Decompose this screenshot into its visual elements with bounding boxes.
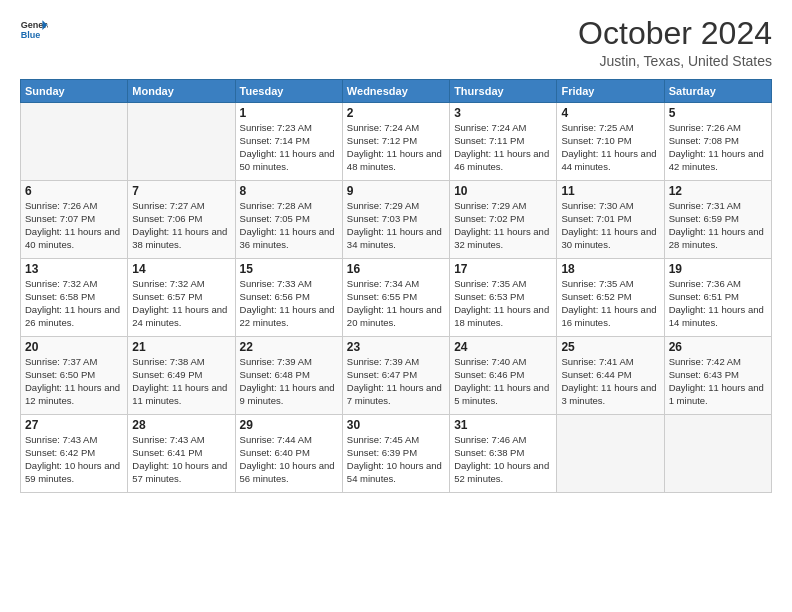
day-info: Sunrise: 7:30 AM Sunset: 7:01 PM Dayligh…: [561, 200, 659, 251]
day-number: 21: [132, 340, 230, 354]
calendar-week-row: 1Sunrise: 7:23 AM Sunset: 7:14 PM Daylig…: [21, 103, 772, 181]
calendar-cell: 12Sunrise: 7:31 AM Sunset: 6:59 PM Dayli…: [664, 181, 771, 259]
day-info: Sunrise: 7:43 AM Sunset: 6:41 PM Dayligh…: [132, 434, 230, 485]
weekday-header-friday: Friday: [557, 80, 664, 103]
calendar-cell: 2Sunrise: 7:24 AM Sunset: 7:12 PM Daylig…: [342, 103, 449, 181]
calendar-cell: 31Sunrise: 7:46 AM Sunset: 6:38 PM Dayli…: [450, 415, 557, 493]
day-info: Sunrise: 7:35 AM Sunset: 6:53 PM Dayligh…: [454, 278, 552, 329]
weekday-header-monday: Monday: [128, 80, 235, 103]
calendar-cell: 20Sunrise: 7:37 AM Sunset: 6:50 PM Dayli…: [21, 337, 128, 415]
day-info: Sunrise: 7:32 AM Sunset: 6:57 PM Dayligh…: [132, 278, 230, 329]
calendar-title: October 2024: [578, 16, 772, 51]
day-number: 30: [347, 418, 445, 432]
calendar-cell: [21, 103, 128, 181]
day-info: Sunrise: 7:32 AM Sunset: 6:58 PM Dayligh…: [25, 278, 123, 329]
day-info: Sunrise: 7:24 AM Sunset: 7:11 PM Dayligh…: [454, 122, 552, 173]
day-info: Sunrise: 7:43 AM Sunset: 6:42 PM Dayligh…: [25, 434, 123, 485]
day-number: 2: [347, 106, 445, 120]
day-number: 29: [240, 418, 338, 432]
day-info: Sunrise: 7:42 AM Sunset: 6:43 PM Dayligh…: [669, 356, 767, 407]
day-number: 3: [454, 106, 552, 120]
calendar-cell: 25Sunrise: 7:41 AM Sunset: 6:44 PM Dayli…: [557, 337, 664, 415]
day-number: 28: [132, 418, 230, 432]
calendar-cell: 15Sunrise: 7:33 AM Sunset: 6:56 PM Dayli…: [235, 259, 342, 337]
day-info: Sunrise: 7:35 AM Sunset: 6:52 PM Dayligh…: [561, 278, 659, 329]
day-info: Sunrise: 7:41 AM Sunset: 6:44 PM Dayligh…: [561, 356, 659, 407]
calendar-week-row: 27Sunrise: 7:43 AM Sunset: 6:42 PM Dayli…: [21, 415, 772, 493]
calendar-cell: 30Sunrise: 7:45 AM Sunset: 6:39 PM Dayli…: [342, 415, 449, 493]
calendar-cell: 22Sunrise: 7:39 AM Sunset: 6:48 PM Dayli…: [235, 337, 342, 415]
weekday-header-row: SundayMondayTuesdayWednesdayThursdayFrid…: [21, 80, 772, 103]
calendar-week-row: 13Sunrise: 7:32 AM Sunset: 6:58 PM Dayli…: [21, 259, 772, 337]
calendar-cell: 29Sunrise: 7:44 AM Sunset: 6:40 PM Dayli…: [235, 415, 342, 493]
calendar-cell: 18Sunrise: 7:35 AM Sunset: 6:52 PM Dayli…: [557, 259, 664, 337]
calendar-cell: 23Sunrise: 7:39 AM Sunset: 6:47 PM Dayli…: [342, 337, 449, 415]
day-info: Sunrise: 7:46 AM Sunset: 6:38 PM Dayligh…: [454, 434, 552, 485]
day-number: 15: [240, 262, 338, 276]
day-info: Sunrise: 7:24 AM Sunset: 7:12 PM Dayligh…: [347, 122, 445, 173]
day-info: Sunrise: 7:39 AM Sunset: 6:47 PM Dayligh…: [347, 356, 445, 407]
calendar-cell: 5Sunrise: 7:26 AM Sunset: 7:08 PM Daylig…: [664, 103, 771, 181]
day-info: Sunrise: 7:44 AM Sunset: 6:40 PM Dayligh…: [240, 434, 338, 485]
calendar-cell: 24Sunrise: 7:40 AM Sunset: 6:46 PM Dayli…: [450, 337, 557, 415]
day-info: Sunrise: 7:25 AM Sunset: 7:10 PM Dayligh…: [561, 122, 659, 173]
calendar-cell: 19Sunrise: 7:36 AM Sunset: 6:51 PM Dayli…: [664, 259, 771, 337]
day-number: 12: [669, 184, 767, 198]
day-number: 5: [669, 106, 767, 120]
calendar-cell: 28Sunrise: 7:43 AM Sunset: 6:41 PM Dayli…: [128, 415, 235, 493]
day-number: 10: [454, 184, 552, 198]
calendar-cell: 17Sunrise: 7:35 AM Sunset: 6:53 PM Dayli…: [450, 259, 557, 337]
calendar-week-row: 6Sunrise: 7:26 AM Sunset: 7:07 PM Daylig…: [21, 181, 772, 259]
calendar-cell: [557, 415, 664, 493]
svg-text:Blue: Blue: [21, 30, 41, 40]
logo-icon: GeneralBlue: [20, 16, 48, 44]
weekday-header-sunday: Sunday: [21, 80, 128, 103]
day-info: Sunrise: 7:39 AM Sunset: 6:48 PM Dayligh…: [240, 356, 338, 407]
day-number: 8: [240, 184, 338, 198]
day-info: Sunrise: 7:40 AM Sunset: 6:46 PM Dayligh…: [454, 356, 552, 407]
day-info: Sunrise: 7:27 AM Sunset: 7:06 PM Dayligh…: [132, 200, 230, 251]
day-number: 17: [454, 262, 552, 276]
calendar-cell: 7Sunrise: 7:27 AM Sunset: 7:06 PM Daylig…: [128, 181, 235, 259]
calendar-cell: 4Sunrise: 7:25 AM Sunset: 7:10 PM Daylig…: [557, 103, 664, 181]
calendar-table: SundayMondayTuesdayWednesdayThursdayFrid…: [20, 79, 772, 493]
day-number: 7: [132, 184, 230, 198]
title-block: October 2024 Justin, Texas, United State…: [578, 16, 772, 69]
day-number: 9: [347, 184, 445, 198]
calendar-cell: [664, 415, 771, 493]
day-number: 27: [25, 418, 123, 432]
weekday-header-tuesday: Tuesday: [235, 80, 342, 103]
day-info: Sunrise: 7:26 AM Sunset: 7:07 PM Dayligh…: [25, 200, 123, 251]
calendar-cell: 16Sunrise: 7:34 AM Sunset: 6:55 PM Dayli…: [342, 259, 449, 337]
day-number: 11: [561, 184, 659, 198]
calendar-cell: 9Sunrise: 7:29 AM Sunset: 7:03 PM Daylig…: [342, 181, 449, 259]
day-info: Sunrise: 7:36 AM Sunset: 6:51 PM Dayligh…: [669, 278, 767, 329]
logo: GeneralBlue General Blue: [20, 16, 48, 44]
day-number: 22: [240, 340, 338, 354]
day-info: Sunrise: 7:45 AM Sunset: 6:39 PM Dayligh…: [347, 434, 445, 485]
calendar-cell: 8Sunrise: 7:28 AM Sunset: 7:05 PM Daylig…: [235, 181, 342, 259]
day-info: Sunrise: 7:29 AM Sunset: 7:03 PM Dayligh…: [347, 200, 445, 251]
calendar-cell: 14Sunrise: 7:32 AM Sunset: 6:57 PM Dayli…: [128, 259, 235, 337]
day-info: Sunrise: 7:23 AM Sunset: 7:14 PM Dayligh…: [240, 122, 338, 173]
day-info: Sunrise: 7:28 AM Sunset: 7:05 PM Dayligh…: [240, 200, 338, 251]
weekday-header-saturday: Saturday: [664, 80, 771, 103]
day-number: 6: [25, 184, 123, 198]
calendar-cell: [128, 103, 235, 181]
day-number: 24: [454, 340, 552, 354]
day-info: Sunrise: 7:29 AM Sunset: 7:02 PM Dayligh…: [454, 200, 552, 251]
day-number: 4: [561, 106, 659, 120]
day-info: Sunrise: 7:34 AM Sunset: 6:55 PM Dayligh…: [347, 278, 445, 329]
weekday-header-thursday: Thursday: [450, 80, 557, 103]
day-info: Sunrise: 7:33 AM Sunset: 6:56 PM Dayligh…: [240, 278, 338, 329]
day-number: 13: [25, 262, 123, 276]
day-number: 20: [25, 340, 123, 354]
day-number: 1: [240, 106, 338, 120]
calendar-cell: 10Sunrise: 7:29 AM Sunset: 7:02 PM Dayli…: [450, 181, 557, 259]
day-number: 19: [669, 262, 767, 276]
day-number: 25: [561, 340, 659, 354]
day-number: 14: [132, 262, 230, 276]
calendar-week-row: 20Sunrise: 7:37 AM Sunset: 6:50 PM Dayli…: [21, 337, 772, 415]
calendar-cell: 21Sunrise: 7:38 AM Sunset: 6:49 PM Dayli…: [128, 337, 235, 415]
calendar-cell: 1Sunrise: 7:23 AM Sunset: 7:14 PM Daylig…: [235, 103, 342, 181]
